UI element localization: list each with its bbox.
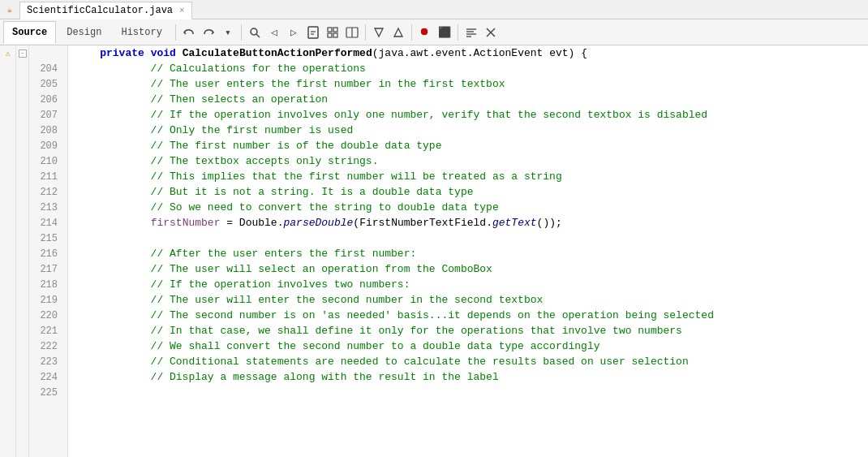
code-line-224: // Display a message along with the resu…	[75, 369, 868, 385]
line-num-207: 207	[29, 107, 62, 123]
fold-row-20	[16, 354, 28, 369]
fold-row-15	[16, 277, 28, 292]
fold-row-3	[16, 92, 28, 107]
margin-row-20	[0, 354, 15, 369]
line-num-219: 219	[29, 292, 62, 308]
left-margin: ⚠	[0, 45, 16, 457]
stop-button[interactable]: ⏺	[416, 24, 434, 41]
split-view-button[interactable]	[343, 24, 361, 41]
code-line-210: // The textbox accepts only strings.	[75, 153, 868, 169]
margin-row-13	[0, 246, 15, 261]
margin-row-5	[0, 123, 15, 138]
code-text-208: // Only the first number is used	[75, 124, 353, 136]
line-numbers: 204 205 206 207 208 209 210 211 212 213 …	[29, 45, 68, 457]
code-editor[interactable]: private void CalculateButtonActionPerfor…	[68, 45, 868, 457]
line-num-sig	[29, 45, 62, 61]
fold-row-11	[16, 215, 28, 231]
undo-button[interactable]	[180, 24, 198, 41]
margin-row-6	[0, 138, 15, 153]
fold-row-1	[16, 61, 28, 76]
fold-row-21	[16, 369, 28, 385]
margin-row-10	[0, 200, 15, 215]
undo-redo-dropdown[interactable]: ▾	[219, 24, 237, 41]
toggle-bookmarks-button[interactable]	[304, 24, 322, 41]
code-container: ⚠ -	[0, 45, 868, 457]
code-text-214: firstNumber = Double.parseDouble(FirstNu…	[75, 217, 562, 229]
margin-row-11	[0, 215, 15, 231]
bookmark-next-button[interactable]	[389, 24, 407, 41]
line-num-225: 225	[29, 385, 62, 400]
separator-1	[175, 24, 176, 41]
code-text-222: // We shall convert the second number to…	[75, 340, 600, 352]
svg-rect-7	[328, 33, 332, 37]
code-text-211: // This implies that the first number wi…	[75, 170, 562, 183]
code-text-206: // Then selects an operation	[75, 93, 328, 106]
square-button[interactable]: ⬛	[436, 24, 453, 41]
format-button[interactable]	[462, 24, 480, 41]
code-text-205: // The user enters the first number in t…	[75, 78, 505, 90]
fold-row-9	[16, 184, 28, 200]
fold-icon[interactable]: -	[19, 50, 27, 58]
file-tab[interactable]: ScientificCalculator.java ×	[19, 2, 192, 19]
fold-row-7	[16, 153, 28, 169]
next-occurrence-button[interactable]: ▷	[285, 24, 303, 41]
separator-3	[365, 24, 366, 41]
code-text-209: // The first number is of the double dat…	[75, 140, 441, 152]
code-line-207: // If the operation involves only one nu…	[75, 107, 868, 123]
fold-row-4	[16, 107, 28, 123]
tab-source[interactable]: Source	[3, 21, 56, 44]
margin-row-16	[0, 292, 15, 308]
code-text-sig: private void CalculateButtonActionPerfor…	[75, 47, 587, 59]
fold-row-22	[16, 385, 28, 400]
line-num-218: 218	[29, 277, 62, 292]
margin-row-12	[0, 231, 15, 246]
toggle-view-button[interactable]	[324, 24, 342, 41]
code-line-221: // In that case, we shall define it only…	[75, 323, 868, 338]
fold-box-method[interactable]: -	[16, 45, 28, 61]
margin-row-15	[0, 277, 15, 292]
separator-2	[241, 24, 242, 41]
fold-row-10	[16, 200, 28, 215]
svg-rect-8	[333, 33, 337, 37]
tab-history[interactable]: History	[112, 21, 170, 44]
code-text-219: // The user will enter the second number…	[75, 294, 543, 306]
code-text-218: // If the operation involves two numbers…	[75, 278, 410, 291]
code-text-216: // After the user enters the first numbe…	[75, 248, 416, 260]
margin-row-22	[0, 385, 15, 400]
margin-row-7	[0, 153, 15, 169]
fold-row-17	[16, 308, 28, 323]
line-num-209: 209	[29, 138, 62, 153]
code-text-225	[75, 386, 81, 399]
svg-rect-6	[333, 28, 337, 32]
code-line-220: // The second number is on 'as needed' b…	[75, 308, 868, 323]
line-num-215: 215	[29, 231, 62, 246]
line-num-211: 211	[29, 169, 62, 184]
margin-row-1	[0, 61, 15, 76]
code-line-216: // After the user enters the first numbe…	[75, 246, 868, 261]
tab-design[interactable]: Design	[58, 21, 110, 44]
find-button[interactable]	[246, 24, 264, 41]
code-text-210: // The textbox accepts only strings.	[75, 155, 378, 167]
line-num-206: 206	[29, 92, 62, 107]
code-line-204: // Calculations for the operations	[75, 61, 868, 76]
line-num-208: 208	[29, 123, 62, 138]
file-tab-label: ScientificCalculator.java	[27, 5, 173, 16]
code-line-206: // Then selects an operation	[75, 92, 868, 107]
code-line-213: // So we need to convert the string to d…	[75, 200, 868, 215]
code-text-223: // Conditional statements are needed to …	[75, 356, 689, 368]
code-line-211: // This implies that the first number wi…	[75, 169, 868, 184]
file-icon: ☕	[3, 3, 16, 16]
margin-icon-warning: ⚠	[0, 45, 15, 61]
line-num-205: 205	[29, 76, 62, 92]
fold-column: -	[16, 45, 29, 457]
code-line-209: // The first number is of the double dat…	[75, 138, 868, 153]
bookmark-prev-button[interactable]	[370, 24, 388, 41]
prev-occurrence-button[interactable]: ◁	[265, 24, 283, 41]
margin-row-4	[0, 107, 15, 123]
line-num-216: 216	[29, 246, 62, 261]
more-button[interactable]	[482, 24, 500, 41]
redo-button[interactable]	[200, 24, 217, 41]
line-num-217: 217	[29, 261, 62, 277]
close-tab-button[interactable]: ×	[179, 6, 185, 15]
margin-row-19	[0, 338, 15, 354]
